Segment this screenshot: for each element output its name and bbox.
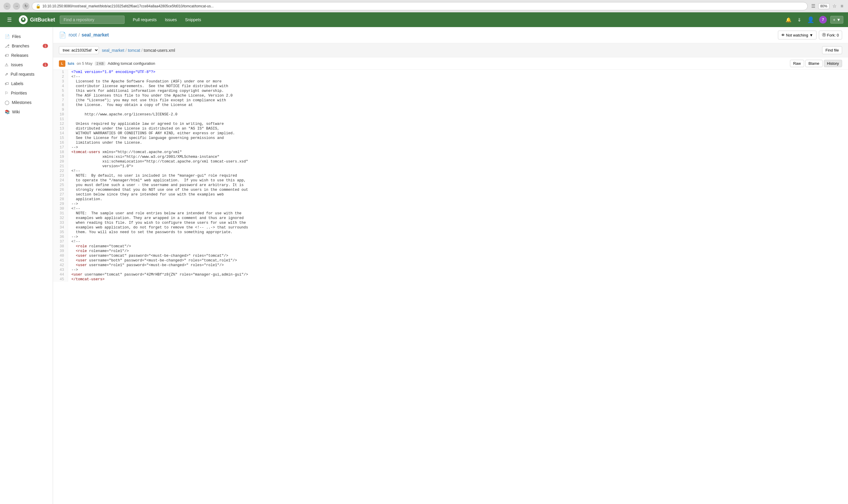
line-number[interactable]: 21 bbox=[53, 164, 68, 169]
line-code: NOTE: By default, no user is included in… bbox=[68, 174, 848, 178]
line-number[interactable]: 38 bbox=[53, 244, 68, 249]
line-number[interactable]: 39 bbox=[53, 249, 68, 253]
line-number[interactable]: 12 bbox=[53, 122, 68, 126]
line-number[interactable]: 16 bbox=[53, 140, 68, 145]
sidebar-item-files[interactable]: 📄 Files bbox=[0, 32, 53, 41]
line-number[interactable]: 5 bbox=[53, 89, 68, 93]
line-number[interactable]: 3 bbox=[53, 79, 68, 84]
file-path-dir[interactable]: tomcat bbox=[128, 48, 140, 53]
line-number[interactable]: 4 bbox=[53, 84, 68, 89]
line-number[interactable]: 18 bbox=[53, 150, 68, 155]
line-number[interactable]: 24 bbox=[53, 178, 68, 183]
line-number[interactable]: 17 bbox=[53, 145, 68, 150]
line-number[interactable]: 29 bbox=[53, 202, 68, 206]
line-number[interactable]: 36 bbox=[53, 235, 68, 239]
line-number[interactable]: 33 bbox=[53, 220, 68, 225]
line-number[interactable]: 41 bbox=[53, 258, 68, 263]
line-number[interactable]: 8 bbox=[53, 103, 68, 107]
line-number[interactable]: 34 bbox=[53, 225, 68, 230]
line-number[interactable]: 7 bbox=[53, 98, 68, 103]
plus-button[interactable]: + ▼ bbox=[830, 16, 843, 23]
line-number[interactable]: 10 bbox=[53, 112, 68, 117]
sidebar-item-releases[interactable]: 🏷 Releases bbox=[0, 51, 53, 60]
labels-icon: 🏷 bbox=[5, 81, 9, 86]
avatar[interactable]: 7 bbox=[819, 16, 827, 23]
files-icon: 📄 bbox=[5, 34, 10, 39]
line-code: --> bbox=[68, 145, 848, 150]
breadcrumb-owner[interactable]: root bbox=[69, 32, 77, 38]
main-nav: Pull requests Issues Snippets bbox=[129, 16, 205, 24]
line-number[interactable]: 44 bbox=[53, 272, 68, 277]
line-number[interactable]: 15 bbox=[53, 136, 68, 140]
url-bar[interactable]: 🔒 10.10.10.250:8080/root/seal_market/blo… bbox=[32, 2, 808, 10]
line-number[interactable]: 6 bbox=[53, 93, 68, 98]
line-number[interactable]: 2 bbox=[53, 74, 68, 79]
line-number[interactable]: 1 bbox=[53, 70, 68, 74]
line-number[interactable]: 45 bbox=[53, 277, 68, 282]
commit-author[interactable]: luis bbox=[68, 61, 74, 66]
line-number[interactable]: 37 bbox=[53, 239, 68, 244]
find-file-button[interactable]: Find file bbox=[822, 46, 842, 54]
line-number[interactable]: 25 bbox=[53, 183, 68, 187]
sidebar-item-pull-requests[interactable]: ⇗ Pull requests bbox=[0, 70, 53, 79]
line-number[interactable]: 26 bbox=[53, 187, 68, 192]
line-number[interactable]: 9 bbox=[53, 107, 68, 112]
sidebar-item-labels[interactable]: 🏷 Labels bbox=[0, 79, 53, 88]
line-number[interactable]: 27 bbox=[53, 192, 68, 197]
fork-button[interactable]: Ⓡ Fork: 0 bbox=[819, 31, 842, 39]
raw-button[interactable]: Raw bbox=[790, 60, 804, 67]
reader-view-btn[interactable]: ☰ bbox=[810, 3, 816, 10]
line-number[interactable]: 23 bbox=[53, 174, 68, 178]
refresh-button[interactable]: ↻ bbox=[22, 3, 30, 10]
hamburger-button[interactable]: ☰ bbox=[5, 15, 14, 24]
file-path-repo[interactable]: seal_market bbox=[102, 48, 124, 53]
sidebar-item-priorities[interactable]: ⚐ Priorities bbox=[0, 88, 53, 98]
breadcrumb-repo[interactable]: seal_market bbox=[82, 32, 109, 38]
line-number[interactable]: 11 bbox=[53, 117, 68, 122]
sidebar-item-milestones[interactable]: ◯ Milestones bbox=[0, 98, 53, 107]
menu-btn[interactable]: ≡ bbox=[840, 3, 845, 10]
history-button[interactable]: History bbox=[824, 60, 842, 67]
notifications-btn[interactable]: 🔔 bbox=[784, 16, 793, 24]
line-number[interactable]: 30 bbox=[53, 206, 68, 211]
table-row: 26 strongly recommended that you do NOT … bbox=[53, 187, 848, 192]
breadcrumb: root / seal_market bbox=[69, 32, 109, 38]
tree-selector[interactable]: tree: ac210325af bbox=[59, 46, 99, 54]
table-row: 23 NOTE: By default, no user is included… bbox=[53, 174, 848, 178]
line-number[interactable]: 13 bbox=[53, 126, 68, 131]
sidebar-item-issues[interactable]: ⚠ Issues 1 bbox=[0, 60, 53, 70]
blame-button[interactable]: Blame bbox=[805, 60, 823, 67]
nav-pull-requests[interactable]: Pull requests bbox=[129, 16, 160, 24]
watch-button[interactable]: 👁 Not watching ▼ bbox=[778, 31, 816, 39]
app-logo[interactable]: GitBucket bbox=[19, 15, 55, 24]
downloads-btn[interactable]: ⇓ bbox=[796, 16, 802, 24]
line-number[interactable]: 43 bbox=[53, 268, 68, 272]
line-code: this work for additional information reg… bbox=[68, 89, 848, 93]
line-number[interactable]: 28 bbox=[53, 197, 68, 202]
search-input[interactable] bbox=[60, 16, 125, 24]
line-code: them. You will also need to set the pass… bbox=[68, 230, 848, 235]
sidebar-item-wiki[interactable]: 📚 Wiki bbox=[0, 107, 53, 116]
line-number[interactable]: 32 bbox=[53, 216, 68, 220]
line-number[interactable]: 31 bbox=[53, 211, 68, 216]
nav-snippets[interactable]: Snippets bbox=[181, 16, 204, 24]
file-path-sep2: / bbox=[141, 48, 143, 53]
nav-issues[interactable]: Issues bbox=[161, 16, 180, 24]
forward-button[interactable]: → bbox=[13, 3, 20, 10]
line-number[interactable]: 22 bbox=[53, 169, 68, 174]
table-row: 19 xmlns:xsi="http://www.w3.org/2001/XML… bbox=[53, 155, 848, 159]
line-number[interactable]: 19 bbox=[53, 155, 68, 159]
table-row: 45</tomcat-users> bbox=[53, 277, 848, 282]
line-number[interactable]: 35 bbox=[53, 230, 68, 235]
line-code: Unless required by applicable law or agr… bbox=[68, 122, 848, 126]
line-number[interactable]: 40 bbox=[53, 253, 68, 258]
sidebar-item-branches[interactable]: ⎇ Branches 1 bbox=[0, 41, 53, 51]
line-number[interactable]: 14 bbox=[53, 131, 68, 136]
table-row: 3 Licensed to the Apache Software Founda… bbox=[53, 79, 848, 84]
back-button[interactable]: ← bbox=[3, 3, 11, 10]
line-number[interactable]: 20 bbox=[53, 159, 68, 164]
profile-icon-btn[interactable]: 👤 bbox=[806, 15, 816, 24]
bookmark-btn[interactable]: ☆ bbox=[831, 3, 838, 10]
line-number[interactable]: 42 bbox=[53, 263, 68, 268]
sidebar-label-pull-requests: Pull requests bbox=[11, 72, 34, 76]
